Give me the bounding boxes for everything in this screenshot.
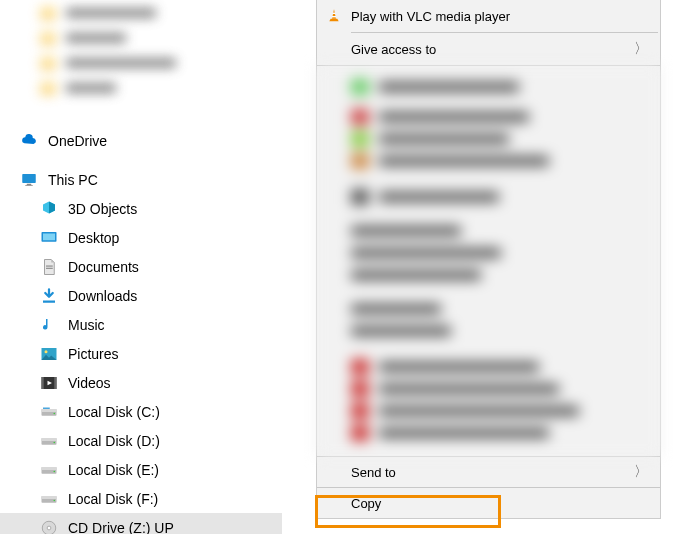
nav-label: Local Disk (F:) xyxy=(68,491,158,507)
nav-label: Local Disk (D:) xyxy=(68,433,160,449)
svg-rect-14 xyxy=(42,409,57,412)
nav-label: Desktop xyxy=(68,230,119,246)
svg-point-15 xyxy=(54,412,56,414)
svg-point-27 xyxy=(47,526,51,530)
documents-icon xyxy=(40,258,58,276)
svg-rect-2 xyxy=(25,185,33,186)
menu-send-to[interactable]: Send to 〉 xyxy=(317,457,660,487)
nav-label: Downloads xyxy=(68,288,137,304)
svg-point-22 xyxy=(54,470,56,472)
videos-icon xyxy=(40,374,58,392)
nav-label: Local Disk (C:) xyxy=(68,404,160,420)
svg-rect-0 xyxy=(22,174,36,183)
nav-local-disk-d[interactable]: Local Disk (D:) xyxy=(0,426,282,455)
nav-label: 3D Objects xyxy=(68,201,137,217)
nav-label: Documents xyxy=(68,259,139,275)
nav-videos[interactable]: Videos xyxy=(0,368,282,397)
nav-label: OneDrive xyxy=(48,133,107,149)
nav-label: Pictures xyxy=(68,346,119,362)
drive-icon xyxy=(40,461,58,479)
menu-label: Play with VLC media player xyxy=(351,9,510,24)
svg-rect-11 xyxy=(42,377,44,389)
nav-label: Music xyxy=(68,317,105,333)
menu-label: Copy xyxy=(351,496,381,511)
blurred-folder-group xyxy=(0,0,282,118)
nav-3d-objects[interactable]: 3D Objects xyxy=(0,194,282,223)
drive-icon xyxy=(40,403,58,421)
3d-objects-icon xyxy=(40,200,58,218)
music-icon xyxy=(40,316,58,334)
context-menu: Play with VLC media player Give access t… xyxy=(316,0,661,519)
cd-drive-icon xyxy=(40,519,58,535)
this-pc-icon xyxy=(20,171,38,189)
svg-rect-29 xyxy=(332,16,336,17)
menu-label: Give access to xyxy=(351,42,436,57)
nav-cd-drive-z[interactable]: CD Drive (Z:) UP xyxy=(0,513,282,534)
desktop-icon xyxy=(40,229,58,247)
pictures-icon xyxy=(40,345,58,363)
nav-onedrive[interactable]: OneDrive xyxy=(0,126,282,155)
nav-music[interactable]: Music xyxy=(0,310,282,339)
svg-point-19 xyxy=(54,441,56,443)
svg-rect-16 xyxy=(43,407,50,409)
svg-rect-21 xyxy=(42,467,57,470)
svg-rect-18 xyxy=(42,438,57,441)
svg-point-25 xyxy=(54,499,56,501)
nav-label: CD Drive (Z:) UP xyxy=(68,520,174,535)
nav-downloads[interactable]: Downloads xyxy=(0,281,282,310)
nav-tree: OneDrive This PC 3D Objects Desktop xyxy=(0,0,282,534)
onedrive-icon xyxy=(20,132,38,150)
nav-label: Videos xyxy=(68,375,111,391)
svg-rect-24 xyxy=(42,496,57,499)
drive-icon xyxy=(40,432,58,450)
svg-rect-28 xyxy=(333,13,336,14)
menu-label: Send to xyxy=(351,465,396,480)
nav-documents[interactable]: Documents xyxy=(0,252,282,281)
svg-rect-4 xyxy=(43,233,55,240)
svg-rect-6 xyxy=(46,267,53,268)
submenu-arrow-icon: 〉 xyxy=(634,463,648,481)
svg-rect-1 xyxy=(27,183,32,185)
downloads-icon xyxy=(40,287,58,305)
nav-this-pc[interactable]: This PC xyxy=(0,165,282,194)
drive-icon xyxy=(40,490,58,508)
blurred-menu-items xyxy=(317,66,660,456)
menu-copy[interactable]: Copy xyxy=(317,488,660,518)
svg-rect-5 xyxy=(46,265,53,266)
nav-local-disk-e[interactable]: Local Disk (E:) xyxy=(0,455,282,484)
svg-point-9 xyxy=(45,350,48,353)
menu-play-vlc[interactable]: Play with VLC media player xyxy=(317,0,660,32)
nav-label: Local Disk (E:) xyxy=(68,462,159,478)
svg-rect-7 xyxy=(43,300,55,302)
vlc-icon xyxy=(325,7,343,25)
nav-desktop[interactable]: Desktop xyxy=(0,223,282,252)
nav-label: This PC xyxy=(48,172,98,188)
submenu-arrow-icon: 〉 xyxy=(634,40,648,58)
menu-give-access-to[interactable]: Give access to 〉 xyxy=(317,33,660,65)
nav-pictures[interactable]: Pictures xyxy=(0,339,282,368)
svg-rect-12 xyxy=(54,377,56,389)
nav-local-disk-c[interactable]: Local Disk (C:) xyxy=(0,397,282,426)
nav-local-disk-f[interactable]: Local Disk (F:) xyxy=(0,484,282,513)
